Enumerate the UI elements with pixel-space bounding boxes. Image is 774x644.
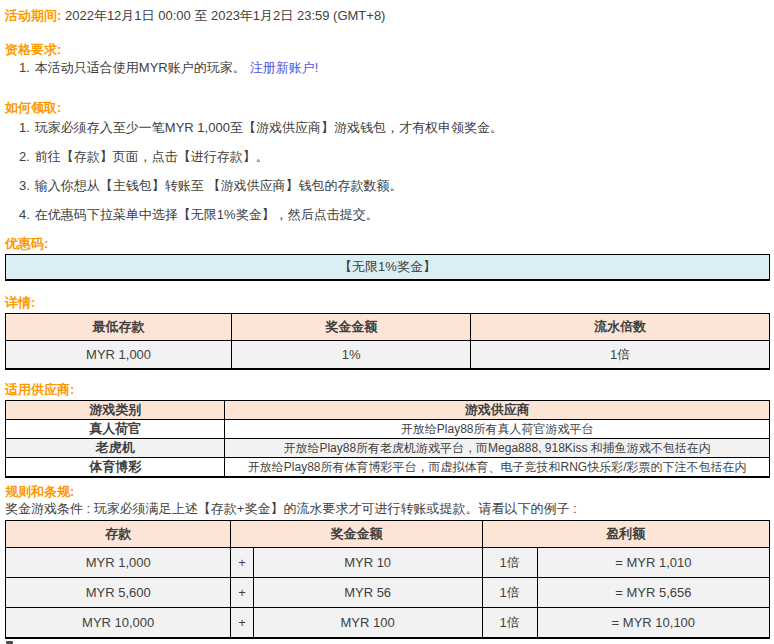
example-bonus: MYR 10	[253, 548, 482, 578]
claim-step: 2.前往【存款】页面，点击【进行存款】。	[5, 149, 770, 165]
rules-condition: 奖金游戏条件 : 玩家必须满足上述【存款+奖金】的流水要求才可进行转账或提款。请…	[5, 501, 770, 517]
providers-table: 游戏类别 游戏供应商 真人荷官 开放给Play88所有真人荷官游戏平台 老虎机 …	[5, 400, 770, 478]
example-bonus: MYR 100	[253, 608, 482, 639]
example-multiplier: 1倍	[482, 578, 537, 608]
examples-header-deposit: 存款	[6, 521, 231, 548]
register-account-link[interactable]: 注册新账户!	[250, 60, 319, 75]
example-deposit: MYR 1,000	[6, 548, 231, 578]
claim-step: 3.输入你想从【主钱包】转账至 【游戏供应商】钱包的存款数额。	[5, 178, 770, 194]
example-multiplier: 1倍	[482, 548, 537, 578]
provider-category: 真人荷官	[6, 420, 225, 439]
claim-step: 4.在优惠码下拉菜单中选择【无限1%奖金】，然后点击提交。	[5, 207, 770, 223]
example-row: MYR 10,000 + MYR 100 1倍 = MYR 10,100	[6, 608, 770, 639]
details-header-row: 最低存款 奖金金额 流水倍数	[6, 314, 770, 341]
provider-category: 体育博彩	[6, 458, 225, 478]
step-text: 玩家必须存入至少一笔MYR 1,000至【游戏供应商】游戏钱包，才有权申领奖金。	[35, 120, 503, 135]
examples-header-bonus: 奖金金额	[231, 521, 482, 548]
rules-heading: 规则和条规:	[5, 484, 770, 500]
details-heading: 详情:	[5, 295, 770, 311]
how-to-claim-heading: 如何领取:	[5, 100, 770, 116]
step-number: 3.	[19, 178, 30, 193]
details-header-bonus-amount: 奖金金额	[232, 314, 471, 341]
example-deposit: MYR 10,000	[6, 608, 231, 639]
period-line: 活动期间: 2022年12月1日 00:00 至 2023年1月2日 23:59…	[5, 8, 770, 24]
example-deposit: MYR 5,600	[6, 578, 231, 608]
provider-detail: 开放给Play88所有老虎机游戏平台，而Mega888, 918Kiss 和捕鱼…	[225, 439, 770, 458]
providers-heading: 适用供应商:	[5, 382, 770, 398]
details-header-turnover: 流水倍数	[471, 314, 770, 341]
providers-header-provider: 游戏供应商	[225, 401, 770, 420]
step-text: 输入你想从【主钱包】转账至 【游戏供应商】钱包的存款数额。	[35, 178, 403, 193]
example-multiplier: 1倍	[482, 608, 537, 639]
example-bonus: MYR 56	[253, 578, 482, 608]
promo-page: 活动期间: 2022年12月1日 00:00 至 2023年1月2日 23:59…	[0, 0, 774, 644]
example-row: MYR 1,000 + MYR 10 1倍 = MYR 1,010	[6, 548, 770, 578]
details-min-deposit: MYR 1,000	[6, 341, 232, 370]
details-table: 最低存款 奖金金额 流水倍数 MYR 1,000 1% 1倍	[5, 313, 770, 370]
step-number: 2.	[19, 149, 30, 164]
promo-code-box: 【无限1%奖金】	[5, 254, 770, 281]
details-data-row: MYR 1,000 1% 1倍	[6, 341, 770, 370]
step-text: 在优惠码下拉菜单中选择【无限1%奖金】，然后点击提交。	[35, 207, 379, 222]
eligibility-item: 1.本活动只适合使用MYR账户的玩家。注册新账户!	[5, 60, 770, 76]
provider-detail: 开放给Play88所有真人荷官游戏平台	[225, 420, 770, 439]
step-text: 前往【存款】页面，点击【进行存款】。	[35, 149, 269, 164]
eligibility-text: 本活动只适合使用MYR账户的玩家。	[35, 60, 246, 75]
claim-step: 1.玩家必须存入至少一笔MYR 1,000至【游戏供应商】游戏钱包，才有权申领奖…	[5, 120, 770, 136]
plus-sign: +	[231, 578, 253, 608]
period-label: 活动期间:	[5, 8, 61, 23]
plus-sign: +	[231, 548, 253, 578]
provider-detail: 开放给Play88所有体育博彩平台，而虚拟体育、电子竞技和RNG快乐彩/彩票的下…	[225, 458, 770, 478]
step-number: 4.	[19, 207, 30, 222]
example-profit: = MYR 10,100	[537, 608, 769, 639]
example-profit: = MYR 1,010	[537, 548, 769, 578]
providers-header-row: 游戏类别 游戏供应商	[6, 401, 770, 420]
details-bonus-amount: 1%	[232, 341, 471, 370]
provider-category: 老虎机	[6, 439, 225, 458]
eligibility-heading: 资格要求:	[5, 42, 770, 58]
providers-row-sports: 体育博彩 开放给Play88所有体育博彩平台，而虚拟体育、电子竞技和RNG快乐彩…	[6, 458, 770, 478]
providers-row-live: 真人荷官 开放给Play88所有真人荷官游戏平台	[6, 420, 770, 439]
providers-row-slots: 老虎机 开放给Play88所有老虎机游戏平台，而Mega888, 918Kiss…	[6, 439, 770, 458]
example-profit: = MYR 5,656	[537, 578, 769, 608]
examples-header-profit: 盈利额	[482, 521, 769, 548]
list-number: 1.	[19, 60, 30, 75]
plus-sign: +	[231, 608, 253, 639]
example-row: MYR 5,600 + MYR 56 1倍 = MYR 5,656	[6, 578, 770, 608]
examples-header-row: 存款 奖金金额 盈利额	[6, 521, 770, 548]
examples-table: 存款 奖金金额 盈利额 MYR 1,000 + MYR 10 1倍 = MYR …	[5, 520, 770, 639]
step-number: 1.	[19, 120, 30, 135]
period-value: 2022年12月1日 00:00 至 2023年1月2日 23:59 (GMT+…	[65, 8, 385, 23]
providers-header-category: 游戏类别	[6, 401, 225, 420]
promo-code-heading: 优惠码:	[5, 236, 770, 252]
details-turnover: 1倍	[471, 341, 770, 370]
details-header-min-deposit: 最低存款	[6, 314, 232, 341]
